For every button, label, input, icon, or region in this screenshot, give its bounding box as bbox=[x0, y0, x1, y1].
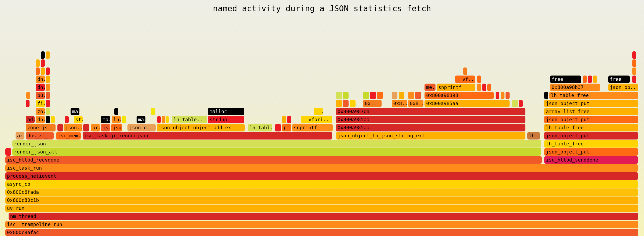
flame-frame[interactable]: zo.. bbox=[36, 108, 45, 115]
flame-frame[interactable]: 0x800c80c1b bbox=[5, 196, 638, 204]
flame-frame[interactable]: strdup bbox=[208, 116, 244, 123]
flame-frame[interactable] bbox=[41, 67, 45, 75]
flame-frame[interactable]: 0x800a985aa bbox=[336, 124, 525, 131]
flame-frame[interactable] bbox=[46, 92, 50, 99]
flame-frame[interactable] bbox=[46, 84, 50, 91]
flame-frame[interactable] bbox=[46, 116, 50, 123]
flame-frame[interactable]: lh_table_free bbox=[549, 92, 638, 99]
flame-frame[interactable] bbox=[399, 92, 405, 99]
flame-frame[interactable]: fi.. bbox=[36, 100, 45, 107]
flame-frame[interactable] bbox=[370, 92, 376, 99]
flame-frame[interactable]: 0x800c6fada bbox=[5, 188, 638, 196]
flame-frame[interactable] bbox=[632, 51, 636, 59]
flame-frame[interactable]: ad.. bbox=[26, 116, 35, 123]
flame-frame[interactable]: free bbox=[608, 76, 630, 83]
flame-frame[interactable] bbox=[41, 59, 45, 67]
flame-frame[interactable]: ar.. bbox=[91, 124, 100, 131]
flame-frame[interactable] bbox=[377, 92, 383, 99]
flame-frame[interactable] bbox=[36, 67, 40, 75]
flame-frame[interactable]: lh_table_free bbox=[544, 140, 638, 148]
flame-frame[interactable]: isc_httpd_senddone bbox=[544, 156, 638, 164]
flame-frame[interactable] bbox=[350, 100, 356, 107]
flame-frame[interactable] bbox=[275, 124, 281, 131]
flame-frame[interactable] bbox=[632, 76, 636, 83]
flame-frame[interactable]: json_o.. bbox=[127, 124, 155, 131]
flame-frame[interactable] bbox=[544, 92, 548, 99]
flame-frame[interactable] bbox=[46, 100, 50, 107]
flame-frame[interactable] bbox=[114, 108, 118, 115]
flame-frame[interactable] bbox=[477, 76, 481, 83]
flame-frame[interactable]: nm_thread bbox=[9, 213, 638, 220]
flame-frame[interactable]: 0x800c9afac bbox=[5, 229, 638, 236]
flame-frame[interactable]: lh_tabl.. bbox=[248, 124, 272, 131]
flame-frame[interactable] bbox=[477, 84, 481, 91]
flame-frame[interactable]: dns_zt_.. bbox=[26, 132, 54, 140]
flame-frame[interactable] bbox=[496, 92, 500, 99]
flame-frame[interactable]: js.. bbox=[101, 124, 110, 131]
flame-frame[interactable]: json_ob.. bbox=[608, 84, 638, 91]
flame-frame[interactable] bbox=[122, 116, 126, 123]
flame-frame[interactable]: 0x8.. bbox=[408, 100, 423, 107]
flame-frame[interactable]: json.. bbox=[64, 124, 82, 131]
flame-frame[interactable] bbox=[593, 76, 597, 83]
flame-frame[interactable] bbox=[46, 76, 50, 83]
flame-frame[interactable]: lh.. bbox=[527, 132, 540, 140]
flame-frame[interactable]: lh_table_free bbox=[544, 124, 638, 131]
flame-frame[interactable] bbox=[26, 100, 30, 107]
flame-frame[interactable]: async_cb bbox=[5, 180, 638, 188]
flame-frame[interactable]: isc_httpd_recvdone bbox=[5, 156, 542, 164]
flame-frame[interactable] bbox=[26, 92, 30, 99]
flame-frame[interactable]: jso.. bbox=[111, 124, 122, 131]
flame-frame[interactable] bbox=[5, 148, 11, 156]
flame-frame[interactable] bbox=[157, 116, 160, 123]
flame-frame[interactable]: json_object_put bbox=[544, 148, 638, 156]
flame-frame[interactable]: __vfpri.. bbox=[301, 116, 332, 123]
flame-frame[interactable]: bu.. bbox=[36, 92, 45, 99]
flame-frame[interactable]: process_netievent bbox=[5, 172, 638, 180]
flame-frame[interactable] bbox=[287, 116, 291, 123]
flame-frame[interactable]: lh_table.. bbox=[172, 116, 207, 123]
flame-frame[interactable] bbox=[83, 124, 89, 131]
flame-frame[interactable]: ma.. bbox=[101, 116, 110, 123]
flame-frame[interactable] bbox=[343, 92, 349, 99]
flame-frame[interactable]: render_json_all bbox=[12, 148, 541, 156]
flame-frame[interactable]: 0x800a985aa bbox=[336, 116, 525, 123]
flame-frame[interactable]: st.. bbox=[74, 116, 83, 123]
flame-frame[interactable] bbox=[583, 76, 587, 83]
flame-frame[interactable]: lh.. bbox=[112, 116, 120, 123]
flame-frame[interactable] bbox=[487, 84, 491, 91]
flame-frame[interactable]: zone_js.. bbox=[26, 124, 56, 131]
flame-frame[interactable] bbox=[65, 116, 69, 123]
flame-frame[interactable]: isc_task_run bbox=[5, 164, 638, 172]
flame-frame[interactable] bbox=[46, 108, 50, 115]
flame-frame[interactable]: isc_taskmgr_renderjson bbox=[83, 132, 332, 140]
flame-frame[interactable] bbox=[415, 92, 421, 99]
flame-frame[interactable]: me.. bbox=[425, 84, 435, 91]
flame-frame[interactable]: json_object_object_add_ex bbox=[157, 124, 245, 131]
flame-frame[interactable] bbox=[336, 100, 342, 107]
flame-frame[interactable] bbox=[588, 76, 592, 83]
flame-frame[interactable] bbox=[336, 92, 342, 99]
flame-frame[interactable]: json_object_put bbox=[544, 116, 638, 123]
flame-frame[interactable]: array_list_free bbox=[544, 108, 638, 115]
flame-frame[interactable] bbox=[519, 100, 523, 107]
flame-frame[interactable]: ma.. bbox=[71, 108, 79, 115]
flame-frame[interactable]: isc__trampoline_run bbox=[5, 221, 638, 228]
flame-frame[interactable]: ma.. bbox=[137, 116, 145, 123]
flame-frame[interactable]: json_object_to_json_string_ext bbox=[336, 132, 525, 140]
flame-frame[interactable]: json_object_put bbox=[544, 100, 638, 107]
flame-frame[interactable] bbox=[151, 108, 155, 115]
flame-frame[interactable]: pt.. bbox=[282, 124, 291, 131]
flame-frame[interactable] bbox=[632, 59, 636, 67]
flame-frame[interactable]: __vf.. bbox=[455, 76, 475, 83]
flame-frame[interactable]: uv_run bbox=[5, 205, 638, 212]
flame-frame[interactable] bbox=[51, 116, 55, 123]
flame-frame[interactable] bbox=[41, 51, 45, 59]
flame-frame[interactable]: free bbox=[550, 76, 581, 83]
flame-frame[interactable]: 0x8.. bbox=[392, 100, 407, 107]
flame-frame[interactable]: 0x800a98398 bbox=[425, 92, 494, 99]
flame-frame[interactable] bbox=[363, 92, 369, 99]
flame-frame[interactable] bbox=[162, 116, 165, 123]
flame-frame[interactable]: 0x800a98b37 bbox=[550, 84, 600, 91]
flame-frame[interactable] bbox=[166, 116, 169, 123]
